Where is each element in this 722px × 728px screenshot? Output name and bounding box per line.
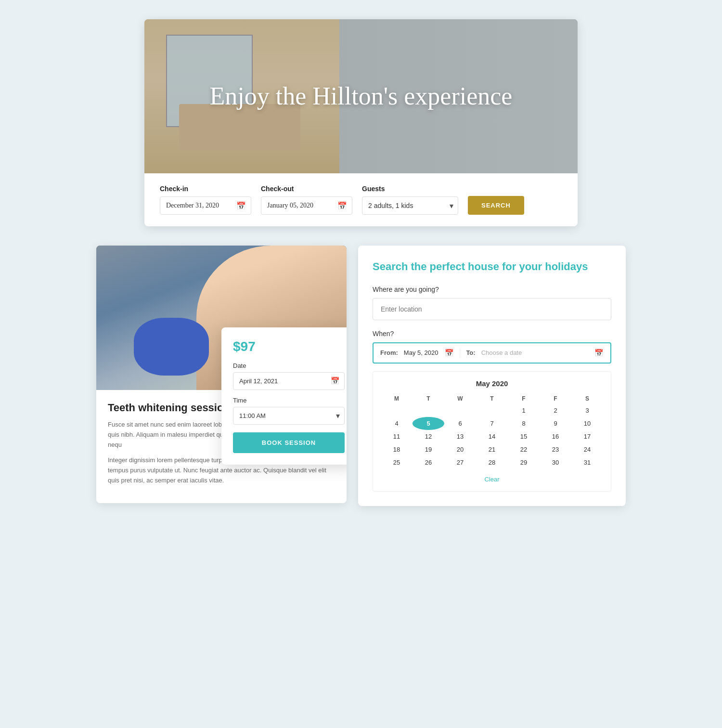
- guests-wrapper: 2 adults, 1 kids 1 adult 2 adults 2 adul…: [362, 196, 458, 215]
- calendar-day[interactable]: 18: [381, 443, 413, 456]
- to-label: To:: [466, 349, 475, 356]
- calendar-day[interactable]: 8: [508, 417, 540, 430]
- calendar-day[interactable]: 7: [476, 417, 508, 430]
- calendar-day[interactable]: 27: [444, 456, 476, 469]
- date-input-wrap: 📅: [233, 372, 345, 390]
- checkin-field: Check-in December 31, 2020 📅: [160, 185, 251, 215]
- when-label: When?: [373, 330, 611, 338]
- calendar-day[interactable]: 25: [381, 456, 413, 469]
- calendar-day[interactable]: 2: [540, 404, 571, 417]
- holiday-title: Search the perfect house for your holida…: [373, 260, 611, 274]
- calendar-day: [413, 404, 444, 417]
- calendar-day[interactable]: 22: [508, 443, 540, 456]
- date-range-divider: [460, 348, 460, 358]
- to-date-placeholder: Choose a date: [481, 349, 588, 356]
- checkout-field: Check-out January 05, 2020 📅: [261, 185, 352, 215]
- calendar-day: [381, 404, 413, 417]
- calendar-title: May 2020: [381, 379, 603, 388]
- day-header-fri: F: [508, 393, 540, 404]
- checkout-calendar-icon: 📅: [337, 201, 347, 210]
- calendar-day[interactable]: 17: [571, 430, 603, 443]
- calendar-day[interactable]: 26: [413, 456, 444, 469]
- to-calendar-button[interactable]: 📅: [594, 349, 604, 357]
- calendar-day[interactable]: 30: [540, 456, 571, 469]
- date-input[interactable]: [233, 372, 345, 390]
- calendar-day[interactable]: 3: [571, 404, 603, 417]
- day-header-mon: M: [381, 393, 413, 404]
- clear-button[interactable]: Clear: [484, 476, 499, 483]
- day-header-fri2: F: [540, 393, 571, 404]
- calendar-day[interactable]: 12: [413, 430, 444, 443]
- dental-card: Teeth whitening sessions Fusce sit amet …: [96, 246, 347, 503]
- checkin-calendar-icon: 📅: [236, 201, 246, 210]
- calendar-day[interactable]: 10: [571, 417, 603, 430]
- calendar-day[interactable]: 15: [508, 430, 540, 443]
- guests-field: Guests 2 adults, 1 kids 1 adult 2 adults…: [362, 185, 458, 215]
- booking-bar: Check-in December 31, 2020 📅 Check-out J…: [144, 173, 578, 226]
- from-label: From:: [380, 349, 398, 356]
- day-header-thu: T: [476, 393, 508, 404]
- hero-overlay: Enjoy the Hillton's experience: [144, 19, 578, 173]
- calendar-day: [444, 404, 476, 417]
- checkin-label: Check-in: [160, 185, 251, 193]
- calendar-grid: M T W T F F S 12345678910111213141516171…: [381, 393, 603, 469]
- calendar-day[interactable]: 28: [476, 456, 508, 469]
- checkout-value: January 05, 2020: [267, 202, 313, 209]
- time-field-label: Time: [233, 397, 345, 404]
- checkin-value: December 31, 2020: [166, 202, 219, 209]
- calendar-day[interactable]: 1: [508, 404, 540, 417]
- calendar: May 2020 M T W T F F S 12345678910111213…: [373, 371, 611, 492]
- calendar-day[interactable]: 29: [508, 456, 540, 469]
- calendar-day[interactable]: 16: [540, 430, 571, 443]
- from-date: May 5, 2020: [404, 349, 438, 356]
- calendar-day[interactable]: 9: [540, 417, 571, 430]
- from-calendar-button[interactable]: 📅: [445, 349, 454, 357]
- bottom-row: Teeth whitening sessions Fusce sit amet …: [96, 246, 626, 506]
- calendar-day[interactable]: 31: [571, 456, 603, 469]
- calendar-day[interactable]: 14: [476, 430, 508, 443]
- hotel-card: Enjoy the Hillton's experience Check-in …: [144, 19, 578, 226]
- calendar-day[interactable]: 23: [540, 443, 571, 456]
- search-button[interactable]: SEARCH: [468, 196, 524, 215]
- hotel-hero: Enjoy the Hillton's experience: [144, 19, 578, 173]
- calendar-day[interactable]: 19: [413, 443, 444, 456]
- location-input[interactable]: [373, 298, 611, 320]
- day-header-sat: S: [571, 393, 603, 404]
- calendar-day[interactable]: 11: [381, 430, 413, 443]
- date-field-label: Date: [233, 362, 345, 369]
- time-select-wrap: 11:00 AM 12:00 PM 1:00 PM 2:00 PM: [233, 407, 345, 425]
- calendar-day[interactable]: 20: [444, 443, 476, 456]
- glove-decoration: [134, 318, 209, 376]
- hero-title: Enjoy the Hillton's experience: [210, 81, 513, 111]
- calendar-day[interactable]: 21: [476, 443, 508, 456]
- checkout-label: Check-out: [261, 185, 352, 193]
- guests-select[interactable]: 2 adults, 1 kids 1 adult 2 adults 2 adul…: [362, 196, 458, 215]
- date-range-bar: From: May 5, 2020 📅 To: Choose a date 📅: [373, 342, 611, 364]
- calendar-clear: Clear: [381, 475, 603, 483]
- holiday-card: Search the perfect house for your holida…: [358, 246, 626, 506]
- calendar-day[interactable]: 5: [413, 417, 444, 430]
- booking-popup: $97 Date 📅 Time 11:00 AM 12:00 PM 1:00 P…: [221, 327, 347, 465]
- calendar-day[interactable]: 13: [444, 430, 476, 443]
- calendar-day: [476, 404, 508, 417]
- day-header-wed: W: [444, 393, 476, 404]
- calendar-day[interactable]: 6: [444, 417, 476, 430]
- checkin-input[interactable]: December 31, 2020 📅: [160, 196, 251, 215]
- booking-price: $97: [233, 339, 345, 354]
- book-session-button[interactable]: BOOK SESSION: [233, 432, 345, 453]
- where-label: Where are you going?: [373, 286, 611, 293]
- calendar-day[interactable]: 24: [571, 443, 603, 456]
- guests-label: Guests: [362, 185, 458, 193]
- checkout-input[interactable]: January 05, 2020 📅: [261, 196, 352, 215]
- calendar-day[interactable]: 4: [381, 417, 413, 430]
- day-header-tue: T: [413, 393, 444, 404]
- time-select[interactable]: 11:00 AM 12:00 PM 1:00 PM 2:00 PM: [233, 407, 345, 425]
- date-calendar-icon: 📅: [331, 377, 340, 385]
